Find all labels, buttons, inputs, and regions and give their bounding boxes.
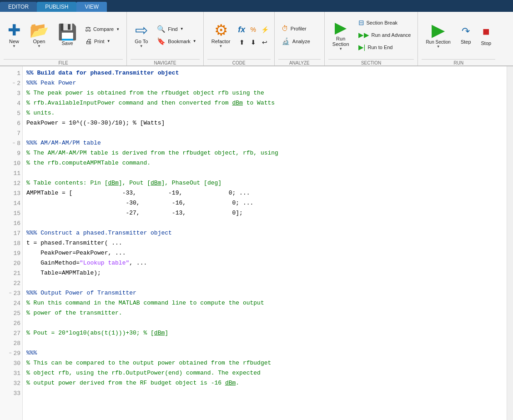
code-line: % object rfb, using the rfb.OutputPower(…	[26, 368, 507, 378]
find-button[interactable]: 🔍 Find ▼	[154, 23, 199, 35]
code-text: AMPMTable = [ -33, -19, 0; ...	[26, 188, 250, 198]
line-number-row: −33	[0, 388, 22, 398]
code-line: Table=AMPMTable);	[26, 268, 507, 278]
line-number: 22	[13, 280, 20, 287]
line-number-row: −4	[0, 98, 22, 108]
line-number: 10	[13, 160, 20, 167]
print-button[interactable]: 🖨 Print ▼	[82, 35, 123, 47]
fx-icon: fx	[238, 25, 245, 35]
line-number-row: −5	[0, 108, 22, 118]
fold-indicator[interactable]: −	[12, 141, 15, 146]
code-comment: % The peak power is obtained from the rf…	[26, 88, 264, 98]
section-break-label: Section Break	[367, 20, 397, 25]
bookmark-button[interactable]: 🔖 Bookmark ▼	[154, 35, 199, 47]
subsection-header: %%%	[26, 348, 37, 358]
line-number-row: −8	[0, 138, 22, 148]
print-icon: 🖨	[85, 37, 92, 45]
fold-indicator[interactable]: −	[12, 81, 15, 86]
code-line: % the rfb.computeAMPMTable command.	[26, 158, 507, 168]
line-number: 27	[13, 330, 20, 337]
tab-publish[interactable]: PUBLISH	[37, 2, 76, 12]
line-number-row: −22	[0, 278, 22, 288]
goto-icon: ⇨	[135, 22, 148, 38]
run-button[interactable]: ▶ Run Section ▼	[422, 17, 454, 53]
code-text: Table=AMPMTable);	[26, 268, 101, 278]
goto-arrow: ▼	[140, 44, 143, 48]
code-line: % This can be compared to the output pow…	[26, 358, 507, 368]
line-number-row: −3	[0, 88, 22, 98]
run-to-end-button[interactable]: ▶| Run to End	[355, 41, 414, 53]
file-small-btns: ⚖ Compare ▼ 🖨 Print ▼	[82, 21, 123, 49]
line-number: 8	[17, 140, 20, 147]
find-arrow: ▼	[180, 27, 184, 31]
run-advance-button[interactable]: ▶▶ Run and Advance	[355, 29, 414, 41]
string-literal: "Lookup table"	[80, 258, 129, 268]
line-number-row: −25	[0, 308, 22, 318]
line-number: 3	[17, 90, 20, 97]
line-number: 2	[17, 80, 20, 87]
wrap-button[interactable]: ↩	[260, 37, 270, 47]
new-button[interactable]: ✚ New ▼	[4, 17, 25, 53]
open-button[interactable]: 📂 Open ▼	[25, 17, 53, 53]
refactor-button[interactable]: ⚙ Refactor ▼	[207, 17, 235, 53]
percent-icon: %	[250, 26, 256, 33]
run-advance-label: Run and Advance	[372, 32, 411, 38]
fold-indicator[interactable]: −	[9, 291, 11, 296]
tab-editor[interactable]: EDITOR	[0, 2, 37, 12]
tab-view[interactable]: VIEW	[76, 2, 107, 12]
compare-button[interactable]: ⚖ Compare ▼	[82, 23, 123, 35]
indent-button[interactable]: ⬆	[237, 37, 247, 47]
fold-indicator[interactable]: −	[9, 351, 11, 356]
analyze-button[interactable]: 🔬 Analyze	[278, 35, 321, 47]
line-number: 20	[13, 260, 20, 267]
code-comment: % rfb.AvailableInputPower command and th…	[26, 98, 275, 108]
line-number: 14	[13, 200, 20, 207]
line-number-row: −7	[0, 128, 22, 138]
code-line	[26, 168, 507, 178]
scrollbar[interactable]	[507, 66, 513, 420]
code-area[interactable]: %% Build data for phased.Transmitter obj…	[23, 66, 507, 420]
step-button[interactable]: ↷ Step	[457, 17, 475, 53]
code-comment: % object rfb, using the rfb.OutputPower(…	[26, 368, 261, 378]
line-number: 12	[13, 180, 20, 187]
subsection-header: %%% Peak Power	[26, 78, 76, 88]
profiler-button[interactable]: ⏱ Profiler	[278, 23, 321, 34]
line-number: 33	[13, 390, 20, 397]
line-number-row: −32	[0, 378, 22, 388]
bookmark-icon: 🔖	[157, 37, 166, 45]
code-line: PeakPower = 10^((-30-30)/10); % [Watts]	[26, 118, 507, 128]
line-number-row: −18	[0, 238, 22, 248]
code-line: PeakPower=PeakPower, ...	[26, 248, 507, 258]
fx-button[interactable]: fx	[236, 23, 247, 36]
code-line	[26, 388, 507, 398]
stop-button[interactable]: ■ Stop	[477, 17, 496, 53]
app-wrapper: EDITOR PUBLISH VIEW ✚ New ▼ 📂 Open	[0, 0, 513, 420]
outdent-button[interactable]: ⬇	[248, 37, 258, 47]
run-section-button[interactable]: ▶ RunSection ▼	[328, 17, 353, 53]
code-line: AMPMTable = [ -33, -19, 0; ...	[26, 188, 507, 198]
line-number: 18	[13, 240, 20, 247]
line-number-row: −11	[0, 168, 22, 178]
line-number-row: −23	[0, 288, 22, 298]
line-number-row: −17	[0, 228, 22, 238]
line-number-row: −6	[0, 118, 22, 128]
line-number-row: −31	[0, 368, 22, 378]
line-number: 32	[13, 380, 20, 387]
percent-button[interactable]: %	[248, 23, 257, 36]
code-line: %%% Output Power of Transmitter	[26, 288, 507, 298]
line-number-row: −21	[0, 268, 22, 278]
section-break-button[interactable]: ⊟ Section Break	[355, 17, 414, 29]
profiler-icon: ⏱	[282, 25, 288, 32]
refactor-arrow: ▼	[219, 44, 223, 48]
line-number: 31	[13, 370, 20, 377]
nav-small-btns: 🔍 Find ▼ 🔖 Bookmark ▼	[154, 21, 199, 49]
line-number-row: −29	[0, 348, 22, 358]
save-button[interactable]: 💾 Save	[54, 17, 81, 53]
code-line: %%% AM/AM-AM/PM table	[26, 138, 507, 148]
insert-code-button[interactable]: ⚡	[259, 23, 271, 36]
goto-button[interactable]: ⇨ Go To ▼	[131, 17, 152, 53]
code-line: -27, -13, 0];	[26, 208, 507, 218]
code-line: %%%	[26, 348, 507, 358]
new-icon: ✚	[8, 22, 20, 38]
run-label: Run Section	[426, 40, 450, 45]
